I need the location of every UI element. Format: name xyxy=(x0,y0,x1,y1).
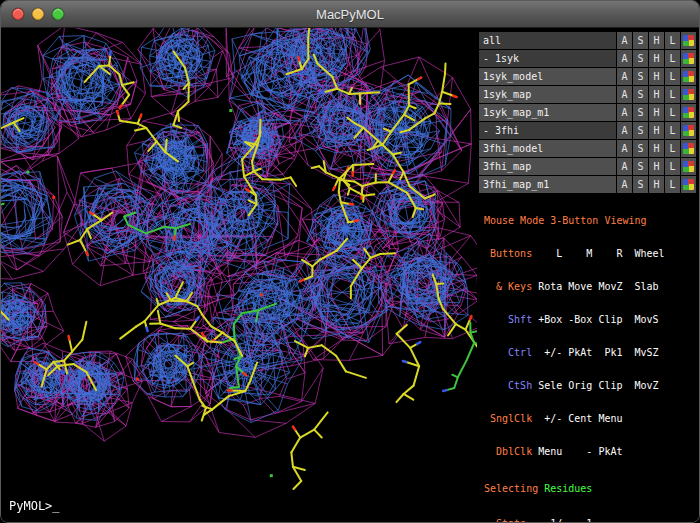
object-row: 3fhi_map_m1 A S H L xyxy=(479,176,696,193)
hide-button[interactable]: H xyxy=(649,158,664,175)
object-row: 3fhi_map A S H L xyxy=(479,158,696,175)
label-button[interactable]: L xyxy=(665,176,680,193)
hide-button[interactable]: H xyxy=(649,176,664,193)
state-row: State 1/ 1 xyxy=(484,518,696,523)
mouse-row-ctrl: Ctrl +/- PkAt Pk1 MvSZ xyxy=(484,347,696,358)
titlebar[interactable]: MacPyMOL xyxy=(1,1,699,28)
color-button[interactable] xyxy=(681,140,696,157)
action-button[interactable]: A xyxy=(617,122,632,139)
color-swatch-icon xyxy=(683,161,694,172)
object-name[interactable]: 1syk_map xyxy=(479,86,616,103)
label-button[interactable]: L xyxy=(665,86,680,103)
action-button[interactable]: A xyxy=(617,86,632,103)
window-title: MacPyMOL xyxy=(1,7,699,22)
mouse-row-ctsh: CtSh Sele Orig Clip MovZ xyxy=(484,380,696,391)
hide-button[interactable]: H xyxy=(649,68,664,85)
show-button[interactable]: S xyxy=(633,86,648,103)
action-button[interactable]: A xyxy=(617,68,632,85)
action-button[interactable]: A xyxy=(617,140,632,157)
color-button[interactable] xyxy=(681,176,696,193)
color-button[interactable] xyxy=(681,158,696,175)
molecule-canvas[interactable] xyxy=(1,28,477,522)
hide-button[interactable]: H xyxy=(649,50,664,67)
show-button[interactable]: S xyxy=(633,104,648,121)
color-swatch-icon xyxy=(683,179,694,190)
color-swatch-icon xyxy=(683,143,694,154)
action-button[interactable]: A xyxy=(617,32,632,49)
color-swatch-icon xyxy=(683,71,694,82)
color-swatch-icon xyxy=(683,35,694,46)
hide-button[interactable]: H xyxy=(649,32,664,49)
hide-button[interactable]: H xyxy=(649,122,664,139)
object-name[interactable]: 3fhi_model xyxy=(479,140,616,157)
side-panel: all A S H L - 1syk A S H L 1syk_model xyxy=(477,28,699,522)
show-button[interactable]: S xyxy=(633,50,648,67)
selecting-row[interactable]: SelectingResidues xyxy=(484,483,696,494)
color-button[interactable] xyxy=(681,50,696,67)
hide-button[interactable]: H xyxy=(649,86,664,103)
zoom-button[interactable] xyxy=(52,8,64,20)
object-name[interactable]: 1syk_map_m1 xyxy=(479,104,616,121)
object-row: 1syk_map A S H L xyxy=(479,86,696,103)
show-button[interactable]: S xyxy=(633,176,648,193)
viewport[interactable]: PyMOL>_ xyxy=(1,28,477,522)
object-name[interactable]: 3fhi_map_m1 xyxy=(479,176,616,193)
object-row: all A S H L xyxy=(479,32,696,49)
color-button[interactable] xyxy=(681,86,696,103)
color-button[interactable] xyxy=(681,104,696,121)
close-button[interactable] xyxy=(12,8,24,20)
traffic-lights xyxy=(1,8,64,20)
object-row: - 1syk A S H L xyxy=(479,50,696,67)
object-name[interactable]: all xyxy=(479,32,616,49)
mouse-row-snglclk: SnglClk +/- Cent Menu xyxy=(484,413,696,424)
label-button[interactable]: L xyxy=(665,122,680,139)
object-row: 3fhi_model A S H L xyxy=(479,140,696,157)
show-button[interactable]: S xyxy=(633,32,648,49)
show-button[interactable]: S xyxy=(633,158,648,175)
action-button[interactable]: A xyxy=(617,50,632,67)
action-button[interactable]: A xyxy=(617,158,632,175)
mouse-row-dblclk: DblClk Menu - PkAt xyxy=(484,446,696,457)
hide-button[interactable]: H xyxy=(649,104,664,121)
color-swatch-icon xyxy=(683,107,694,118)
macpymol-window: MacPyMOL PyMOL>_ all A S H L - 1syk A xyxy=(0,0,700,523)
object-row: - 3fhi A S H L xyxy=(479,122,696,139)
mouse-mode-title[interactable]: Mouse Mode 3-Button Viewing xyxy=(484,215,696,226)
object-row: 1syk_model A S H L xyxy=(479,68,696,85)
mouse-panel: Mouse Mode 3-Button Viewing Buttons L M … xyxy=(479,193,696,523)
command-prompt[interactable]: PyMOL>_ xyxy=(9,499,60,513)
object-list: all A S H L - 1syk A S H L 1syk_model xyxy=(479,32,696,193)
label-button[interactable]: L xyxy=(665,158,680,175)
label-button[interactable]: L xyxy=(665,104,680,121)
object-row: 1syk_map_m1 A S H L xyxy=(479,104,696,121)
show-button[interactable]: S xyxy=(633,122,648,139)
show-button[interactable]: S xyxy=(633,140,648,157)
color-button[interactable] xyxy=(681,32,696,49)
label-button[interactable]: L xyxy=(665,68,680,85)
hide-button[interactable]: H xyxy=(649,140,664,157)
object-name[interactable]: 3fhi_map xyxy=(479,158,616,175)
mouse-row-keys: & Keys Rota Move MovZ Slab xyxy=(484,281,696,292)
color-swatch-icon xyxy=(683,89,694,100)
color-swatch-icon xyxy=(683,125,694,136)
label-button[interactable]: L xyxy=(665,140,680,157)
object-name[interactable]: - 3fhi xyxy=(479,122,616,139)
mouse-row-buttons: Buttons L M R Wheel xyxy=(484,248,696,259)
mouse-row-shift: Shft +Box -Box Clip MovS xyxy=(484,314,696,325)
action-button[interactable]: A xyxy=(617,104,632,121)
show-button[interactable]: S xyxy=(633,68,648,85)
color-button[interactable] xyxy=(681,68,696,85)
main-content: PyMOL>_ all A S H L - 1syk A S H L xyxy=(1,28,699,522)
action-button[interactable]: A xyxy=(617,176,632,193)
color-swatch-icon xyxy=(683,53,694,64)
object-name[interactable]: 1syk_model xyxy=(479,68,616,85)
color-button[interactable] xyxy=(681,122,696,139)
object-name[interactable]: - 1syk xyxy=(479,50,616,67)
label-button[interactable]: L xyxy=(665,32,680,49)
label-button[interactable]: L xyxy=(665,50,680,67)
minimize-button[interactable] xyxy=(32,8,44,20)
